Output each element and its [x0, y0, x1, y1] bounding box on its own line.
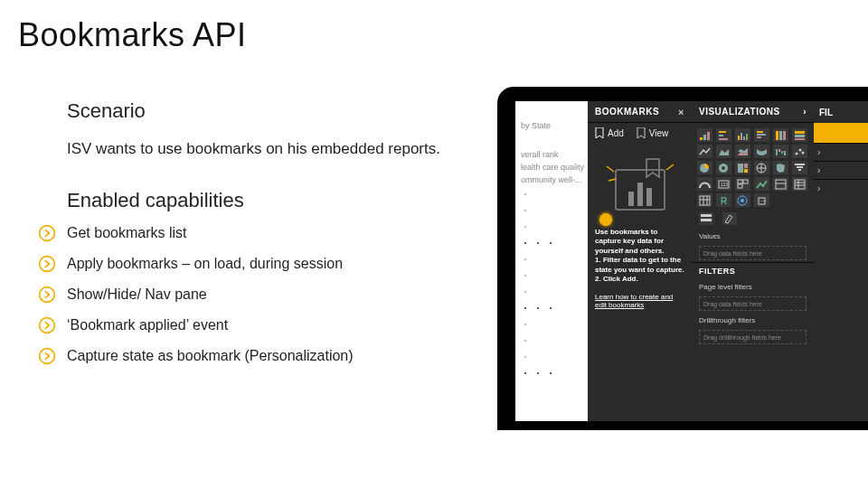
- svg-point-65: [741, 199, 744, 202]
- page-filter-drop[interactable]: Drag data fields here: [699, 296, 807, 311]
- viz-100-stacked-h-icon[interactable]: [792, 128, 807, 142]
- viz-area-icon[interactable]: [716, 145, 731, 158]
- bookmarks-panel: BOOKMARKS × Add View: [588, 101, 692, 421]
- svg-rect-30: [795, 138, 805, 140]
- svg-rect-55: [795, 180, 805, 189]
- viz-multi-card-icon[interactable]: [735, 177, 750, 191]
- field-row[interactable]: ›: [814, 143, 868, 161]
- svg-point-37: [802, 151, 805, 154]
- svg-rect-32: [778, 149, 780, 152]
- report-line: ommunity well-...: [521, 175, 588, 188]
- format-tab-icon[interactable]: [722, 212, 737, 225]
- viz-filled-map-icon[interactable]: [773, 161, 788, 174]
- svg-rect-26: [779, 131, 782, 140]
- svg-rect-41: [738, 164, 743, 173]
- bookmark-tip: Use bookmarks to capture key data for yo…: [588, 222, 692, 289]
- fields-tab-icon[interactable]: [699, 212, 713, 225]
- page-title: Bookmarks API: [18, 16, 247, 54]
- viz-clustered-bar-icon[interactable]: [735, 128, 750, 142]
- viz-map-icon[interactable]: [754, 161, 769, 174]
- svg-rect-12: [700, 137, 703, 140]
- svg-rect-69: [701, 219, 712, 221]
- list-item: Apply bookmarks – on load, during sessio…: [67, 256, 474, 272]
- svg-rect-34: [784, 151, 786, 155]
- view-bookmark-button[interactable]: View: [637, 127, 669, 138]
- viz-waterfall-icon[interactable]: [773, 145, 788, 158]
- field-row[interactable]: ›: [814, 179, 868, 197]
- field-row[interactable]: ›: [814, 161, 868, 179]
- viz-arcgis-icon[interactable]: [735, 193, 750, 207]
- add-bookmark-button[interactable]: Add: [595, 127, 624, 138]
- svg-rect-14: [707, 132, 710, 140]
- svg-rect-13: [703, 135, 706, 140]
- add-label: Add: [608, 128, 624, 138]
- svg-rect-17: [719, 138, 728, 140]
- viz-matrix-icon[interactable]: [697, 193, 712, 207]
- viz-card-icon[interactable]: 123: [716, 177, 731, 191]
- viz-treemap-icon[interactable]: [735, 161, 750, 174]
- chevron-right-icon: [38, 347, 56, 365]
- chevron-right-icon[interactable]: ›: [803, 107, 807, 117]
- view-label: View: [649, 128, 669, 138]
- values-label: Values: [692, 229, 814, 244]
- bookmarks-panel-title: BOOKMARKS: [595, 107, 659, 117]
- viz-line-icon[interactable]: [697, 145, 712, 158]
- viz-pie-icon[interactable]: [697, 161, 712, 174]
- viz-kpi-icon[interactable]: [754, 177, 769, 191]
- viz-gauge-icon[interactable]: [697, 177, 712, 191]
- report-line: verall rank: [521, 150, 588, 163]
- svg-rect-33: [781, 151, 783, 154]
- viz-ribbon-icon[interactable]: [754, 145, 769, 158]
- capabilities-list: Get bookmarks list Apply bookmarks – on …: [67, 225, 474, 364]
- viz-slicer-icon[interactable]: [773, 177, 788, 191]
- svg-rect-53: [776, 180, 786, 189]
- svg-point-2: [40, 286, 55, 302]
- cap-text: ‘Bookmark applied’ event: [67, 317, 228, 333]
- svg-point-0: [40, 225, 55, 240]
- viz-donut-icon[interactable]: [716, 161, 731, 174]
- filter-row: Drillthrough filters: [692, 313, 814, 328]
- svg-rect-8: [646, 188, 652, 206]
- close-icon[interactable]: ×: [678, 107, 684, 117]
- viz-scatter-icon[interactable]: [792, 145, 807, 158]
- fields-panel-sliver: FIL › › ›: [814, 101, 868, 421]
- viz-gallery: 123 R ⋯: [692, 123, 814, 209]
- viz-table-icon[interactable]: [792, 177, 807, 191]
- svg-rect-27: [783, 131, 786, 140]
- viz-clustered-bar-h-icon[interactable]: [754, 128, 769, 142]
- viz-stacked-bar-h-icon[interactable]: [716, 128, 731, 142]
- viz-import-icon[interactable]: ⋯: [754, 193, 769, 207]
- svg-rect-19: [741, 133, 742, 140]
- svg-point-3: [40, 317, 55, 333]
- svg-rect-15: [719, 131, 726, 133]
- chevron-right-icon: [38, 286, 56, 304]
- report-line: by State: [521, 121, 588, 134]
- svg-rect-50: [738, 180, 742, 183]
- viz-stacked-bar-icon[interactable]: [697, 128, 712, 142]
- capabilities-heading: Enabled capabilities: [67, 189, 474, 212]
- svg-rect-28: [795, 131, 805, 134]
- fields-panel-title: FIL: [814, 101, 868, 123]
- svg-rect-43: [744, 169, 748, 173]
- accent-dot-icon: [599, 213, 612, 226]
- cap-text: Show/Hide/ Nav pane: [67, 286, 207, 303]
- learn-bookmarks-link[interactable]: Learn how to create and edit bookmarks: [588, 289, 692, 313]
- viz-100-stacked-icon[interactable]: [773, 128, 788, 142]
- values-drop-area[interactable]: Drag data fields here: [699, 246, 807, 260]
- viz-stacked-area-icon[interactable]: [735, 145, 750, 158]
- viz-funnel-icon[interactable]: [792, 161, 807, 174]
- svg-rect-7: [637, 183, 643, 206]
- viz-panel-title: VISUALIZATIONS: [699, 107, 780, 117]
- field-format-tabs: [692, 209, 814, 229]
- svg-rect-42: [744, 164, 748, 168]
- svg-rect-23: [757, 134, 766, 136]
- svg-rect-24: [757, 136, 761, 138]
- content-left: Scenario ISV wants to use bookmarks on h…: [67, 99, 474, 379]
- bookmark-view-icon: [637, 127, 646, 138]
- report-canvas-edge: by State verall rank lealth care quality…: [515, 101, 588, 421]
- svg-rect-22: [757, 131, 763, 133]
- filter-row: Page level filters: [692, 279, 814, 295]
- viz-r-icon[interactable]: R: [716, 193, 731, 207]
- svg-line-9: [607, 166, 614, 172]
- drillthrough-drop[interactable]: Drag drillthrough fields here: [699, 330, 807, 344]
